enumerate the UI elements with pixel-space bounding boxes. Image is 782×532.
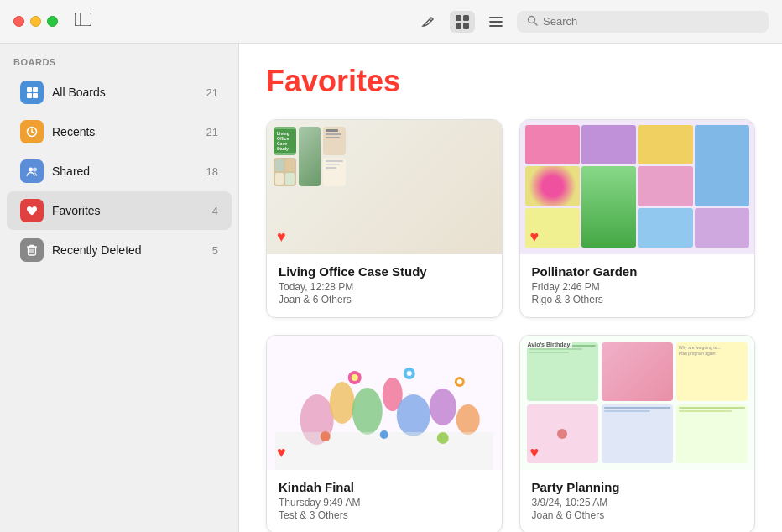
recently-deleted-label: Recently Deleted — [52, 243, 204, 257]
board-thumbnail-living-office: Living OfficeCase Study — [267, 120, 502, 254]
board-info-pollinator-garden: Pollinator Garden Friday 2:46 PM Rigo & … — [520, 254, 755, 317]
page-title: Favorites — [266, 64, 755, 99]
favorites-count: 4 — [212, 205, 218, 217]
svg-point-28 — [330, 382, 355, 424]
board-thumbnail-kindah-final: ♥ — [267, 336, 502, 470]
sidebar-item-recently-deleted[interactable]: Recently Deleted 5 — [7, 231, 232, 269]
board-date-living-office: Today, 12:28 PM — [279, 281, 490, 293]
sidebar-section-label: Boards — [0, 57, 238, 72]
board-people-living-office: Joan & 6 Others — [279, 294, 490, 305]
svg-rect-13 — [33, 87, 38, 92]
minimize-button[interactable] — [30, 16, 41, 27]
svg-rect-5 — [456, 23, 461, 29]
board-date-pollinator-garden: Friday 2:46 PM — [532, 281, 743, 293]
svg-point-20 — [33, 167, 37, 171]
recents-icon — [20, 120, 44, 143]
svg-line-18 — [32, 132, 34, 133]
favorites-label: Favorites — [52, 204, 204, 217]
shared-count: 18 — [206, 165, 218, 178]
main-content: Favorites Living OfficeCase Study — [239, 44, 782, 532]
svg-rect-4 — [463, 15, 469, 21]
recents-count: 21 — [206, 126, 218, 138]
sidebar: Boards All Boards 21 — [0, 44, 239, 532]
sidebar-item-favorites[interactable]: Favorites 4 — [7, 191, 232, 230]
sidebar-item-recents[interactable]: Recents 21 — [7, 112, 232, 151]
svg-rect-0 — [75, 13, 91, 26]
svg-point-19 — [29, 167, 33, 171]
toolbar-right — [416, 11, 769, 33]
new-board-button[interactable] — [416, 11, 441, 33]
favorite-heart-pollinator-garden[interactable]: ♥ — [530, 228, 540, 246]
board-name-kindah-final: Kindah Final — [279, 480, 490, 494]
svg-point-32 — [430, 389, 456, 425]
close-button[interactable] — [13, 16, 24, 27]
board-people-pollinator-garden: Rigo & 3 Others — [532, 294, 743, 305]
traffic-lights — [13, 16, 58, 27]
svg-point-37 — [437, 432, 449, 444]
svg-line-11 — [534, 22, 538, 25]
grid-view-button[interactable] — [450, 11, 475, 33]
board-date-kindah-final: Thursday 9:49 AM — [279, 497, 490, 509]
search-icon — [527, 15, 538, 29]
shared-icon — [20, 159, 44, 183]
sidebar-item-shared[interactable]: Shared 18 — [7, 152, 232, 190]
favorite-heart-living-office[interactable]: ♥ — [277, 228, 286, 246]
board-card-party-planning[interactable]: Why are we going to...Plan program again — [519, 335, 756, 532]
board-name-pollinator-garden: Pollinator Garden — [532, 264, 743, 279]
app-layout: Boards All Boards 21 — [0, 44, 782, 532]
svg-rect-6 — [463, 23, 469, 29]
maximize-button[interactable] — [47, 16, 58, 27]
search-input[interactable] — [543, 15, 759, 28]
svg-rect-14 — [27, 93, 32, 98]
sidebar-toggle-button[interactable] — [75, 13, 91, 30]
list-view-button[interactable] — [483, 11, 508, 33]
board-date-party-planning: 3/9/24, 10:25 AM — [532, 497, 743, 509]
board-people-kindah-final: Test & 3 Others — [279, 509, 490, 521]
recents-label: Recents — [52, 125, 198, 138]
svg-rect-12 — [27, 87, 32, 92]
svg-point-35 — [321, 431, 331, 441]
board-people-party-planning: Joan & 6 Others — [532, 509, 743, 521]
board-info-party-planning: Party Planning 3/9/24, 10:25 AM Joan & 6… — [520, 470, 755, 532]
favorites-icon — [20, 199, 44, 222]
all-boards-icon — [20, 81, 44, 104]
board-info-living-office: Living Office Case Study Today, 12:28 PM… — [267, 254, 502, 317]
svg-point-33 — [456, 404, 480, 435]
boards-grid: Living OfficeCase Study — [266, 119, 755, 532]
board-name-living-office: Living Office Case Study — [279, 264, 490, 279]
sidebar-item-all-boards[interactable]: All Boards 21 — [7, 73, 232, 112]
search-bar — [517, 11, 769, 33]
board-thumbnail-pollinator-garden: ♥ — [520, 120, 755, 254]
all-boards-count: 21 — [206, 86, 218, 99]
board-name-party-planning: Party Planning — [532, 480, 743, 494]
svg-rect-15 — [33, 93, 38, 98]
favorite-heart-kindah-final[interactable]: ♥ — [277, 444, 286, 462]
recently-deleted-icon — [20, 238, 44, 262]
svg-rect-3 — [456, 15, 461, 21]
svg-point-31 — [397, 394, 430, 436]
svg-point-36 — [380, 430, 388, 439]
board-card-living-office[interactable]: Living OfficeCase Study — [266, 119, 503, 318]
svg-point-41 — [407, 371, 412, 376]
board-card-kindah-final[interactable]: ♥ Kindah Final Thursday 9:49 AM Test & 3… — [266, 335, 503, 532]
svg-point-39 — [352, 374, 358, 381]
board-thumbnail-party-planning: Why are we going to...Plan program again — [520, 336, 755, 470]
board-info-kindah-final: Kindah Final Thursday 9:49 AM Test & 3 O… — [267, 470, 502, 532]
all-boards-label: All Boards — [52, 86, 198, 99]
title-bar — [0, 0, 782, 44]
svg-line-2 — [430, 19, 431, 21]
svg-point-29 — [352, 388, 383, 435]
svg-point-43 — [457, 379, 462, 384]
recently-deleted-count: 5 — [212, 244, 218, 257]
kindah-art-svg — [267, 336, 502, 470]
shared-label: Shared — [52, 164, 198, 178]
board-card-pollinator-garden[interactable]: ♥ Pollinator Garden Friday 2:46 PM Rigo … — [519, 119, 756, 318]
favorite-heart-party-planning[interactable]: ♥ — [530, 444, 540, 462]
